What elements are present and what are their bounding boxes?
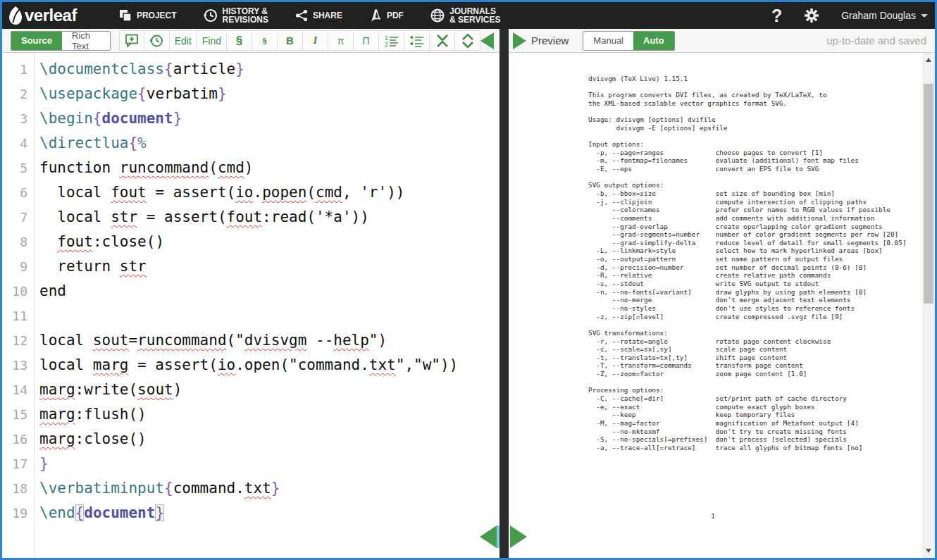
svg-text:2: 2 bbox=[385, 41, 388, 47]
code-line[interactable]: return str bbox=[39, 254, 499, 279]
source-richtext-toggle: Source Rich Text bbox=[11, 31, 111, 51]
line-number[interactable]: 3 bbox=[2, 106, 34, 131]
line-number[interactable]: 17 bbox=[2, 452, 34, 476]
editor-collapse-handle bbox=[480, 525, 499, 548]
auto-compile-button[interactable]: Auto bbox=[633, 32, 674, 50]
nav-history-revisions[interactable]: HISTORY & REVISIONS bbox=[204, 7, 268, 24]
section-button[interactable]: § bbox=[227, 30, 252, 51]
code-line[interactable]: \verbatiminput{command.txt} bbox=[39, 476, 499, 501]
code-line[interactable]: \usepackage{verbatim} bbox=[39, 82, 499, 106]
collapse-left-arrow[interactable] bbox=[480, 525, 497, 548]
line-number[interactable]: 5 bbox=[2, 156, 34, 180]
preview-label: Preview bbox=[531, 35, 569, 46]
help-button[interactable]: ? bbox=[771, 6, 782, 26]
code-line[interactable]: \begin{document} bbox=[39, 106, 499, 131]
line-number[interactable]: 14 bbox=[2, 378, 34, 402]
code-line[interactable]: end bbox=[39, 279, 499, 304]
line-numbers[interactable]: 12345678910111213141516171819 bbox=[2, 53, 35, 558]
source-mode-button[interactable]: Source bbox=[11, 32, 62, 50]
manual-compile-button[interactable]: Manual bbox=[583, 32, 633, 50]
code-line[interactable]: \documentclass{article} bbox=[39, 57, 499, 82]
line-number[interactable]: 2 bbox=[2, 82, 34, 106]
nav-journals-services[interactable]: JOURNALS & SERVICES bbox=[430, 7, 500, 24]
collapse-chevrons-icon bbox=[436, 34, 449, 48]
code-line[interactable]: \end{document} bbox=[39, 501, 499, 525]
globe-icon bbox=[430, 8, 445, 23]
chevron-down-icon bbox=[921, 14, 928, 18]
scrollbar-down-arrow[interactable] bbox=[922, 545, 935, 556]
bold-button[interactable]: B bbox=[278, 30, 303, 51]
history-revert-button[interactable] bbox=[144, 30, 170, 51]
inline-math-button[interactable]: π bbox=[328, 30, 354, 51]
code-line[interactable]: marg:write(sout) bbox=[39, 378, 499, 402]
refresh-preview-arrow[interactable] bbox=[513, 32, 526, 49]
overleaf-wordmark: verleaf bbox=[25, 6, 77, 25]
overleaf-window: verleaf PROJECT HISTORY & REVI bbox=[0, 0, 937, 560]
expand-lines-button[interactable] bbox=[455, 30, 480, 51]
nav-project[interactable]: PROJECT bbox=[119, 9, 177, 22]
subsection-button[interactable]: § bbox=[252, 30, 278, 51]
code-line[interactable]: marg:close() bbox=[39, 427, 499, 452]
project-icon bbox=[119, 9, 132, 22]
line-number[interactable]: 16 bbox=[2, 427, 34, 452]
editor-buttons: Edit Find § § B I π Π 1 2 bbox=[119, 30, 480, 51]
overleaf-logo[interactable]: verleaf bbox=[8, 6, 77, 25]
code-line[interactable]: fout:close() bbox=[39, 230, 499, 254]
find-button[interactable]: Find bbox=[197, 30, 227, 51]
scrollbar-thumb[interactable] bbox=[924, 84, 933, 304]
rich-text-mode-button[interactable]: Rich Text bbox=[62, 32, 110, 50]
pdf-page-number: 1 bbox=[509, 512, 917, 520]
code-line[interactable]: local fout = assert(io.popen(cmd, 'r')) bbox=[39, 180, 499, 205]
code-editor[interactable]: 12345678910111213141516171819 \documentc… bbox=[2, 53, 499, 558]
edit-button[interactable]: Edit bbox=[170, 30, 197, 51]
code-line[interactable] bbox=[39, 304, 499, 328]
compile-status: up-to-date and saved bbox=[826, 35, 931, 46]
line-number[interactable]: 1 bbox=[2, 57, 34, 82]
preview-toolbar: Preview Manual Auto up-to-date and saved bbox=[509, 29, 935, 53]
nav-share[interactable]: SHARE bbox=[295, 9, 342, 22]
line-number[interactable]: 4 bbox=[2, 131, 34, 156]
collapse-lines-button[interactable] bbox=[430, 30, 455, 51]
pdf-preview: dvisvgm (TeX Live) 1.15.1 This program c… bbox=[509, 53, 935, 558]
code-line[interactable]: function runcommand(cmd) bbox=[39, 156, 499, 180]
line-number[interactable]: 12 bbox=[2, 328, 34, 353]
line-number[interactable]: 8 bbox=[2, 230, 34, 254]
manual-auto-toggle: Manual Auto bbox=[583, 31, 674, 51]
display-math-button[interactable]: Π bbox=[354, 30, 379, 51]
code-area[interactable]: \documentclass{article}\usepackage{verba… bbox=[35, 53, 499, 558]
code-line[interactable]: \directlua{% bbox=[39, 131, 499, 156]
nav-pdf[interactable]: PDF bbox=[369, 8, 404, 23]
line-number[interactable]: 9 bbox=[2, 254, 34, 279]
source-pane: Source Rich Text bbox=[2, 29, 499, 558]
navbar-right: ? Graham Douglas bbox=[771, 6, 928, 26]
preview-scrollbar[interactable] bbox=[922, 53, 935, 558]
line-number[interactable]: 15 bbox=[2, 402, 34, 427]
settings-gear-icon[interactable] bbox=[803, 7, 820, 24]
bullet-list-button[interactable] bbox=[404, 30, 430, 51]
line-number[interactable]: 6 bbox=[2, 180, 34, 205]
user-name: Graham Douglas bbox=[841, 10, 916, 21]
line-number[interactable]: 18 bbox=[2, 476, 34, 501]
history-clock-icon bbox=[204, 8, 218, 23]
code-line[interactable]: marg:flush() bbox=[39, 402, 499, 427]
line-number[interactable]: 13 bbox=[2, 353, 34, 378]
top-navbar: verleaf PROJECT HISTORY & REVI bbox=[2, 2, 935, 29]
italic-button[interactable]: I bbox=[303, 30, 328, 51]
line-number[interactable]: 19 bbox=[2, 501, 34, 525]
user-menu[interactable]: Graham Douglas bbox=[841, 10, 928, 21]
code-line[interactable]: } bbox=[39, 452, 499, 476]
line-number[interactable]: 10 bbox=[2, 279, 34, 304]
overleaf-leaf-icon bbox=[8, 6, 23, 25]
collapse-editor-arrow[interactable] bbox=[480, 32, 494, 49]
code-line[interactable]: local marg = assert(io.open("command.txt… bbox=[39, 353, 499, 378]
pane-divider[interactable] bbox=[499, 29, 509, 558]
code-line[interactable]: local str = assert(fout:read('*a')) bbox=[39, 205, 499, 230]
numbered-list-button[interactable]: 1 2 bbox=[379, 30, 404, 51]
add-comment-button[interactable] bbox=[119, 30, 144, 51]
expand-right-arrow[interactable] bbox=[510, 525, 527, 548]
scrollbar-up-arrow[interactable] bbox=[922, 54, 935, 66]
line-number[interactable]: 11 bbox=[2, 304, 34, 328]
line-number[interactable]: 7 bbox=[2, 205, 34, 230]
resize-grip[interactable] bbox=[497, 525, 499, 548]
code-line[interactable]: local sout=runcommand("dvisvgm --help") bbox=[39, 328, 499, 353]
